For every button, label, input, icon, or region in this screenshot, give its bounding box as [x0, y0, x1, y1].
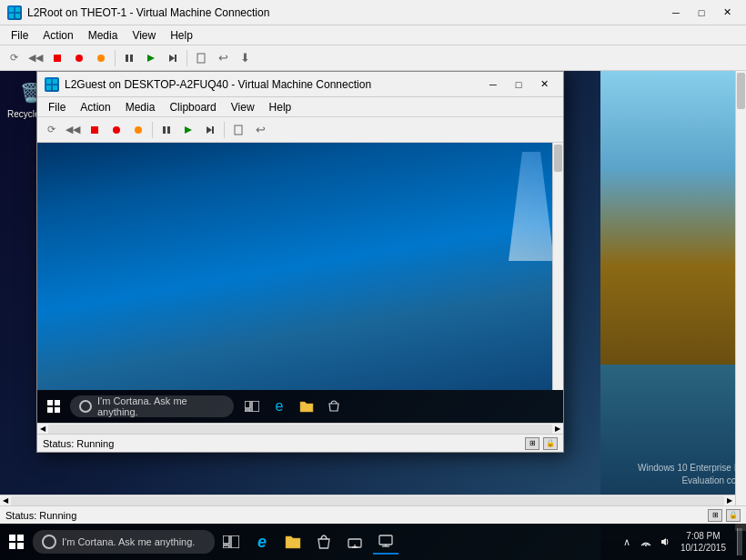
clock-time: 7:08 PM [686, 530, 720, 542]
inner-minimize-btn[interactable]: ─ [481, 75, 505, 94]
system-clock[interactable]: 7:08 PM 10/12/2015 [677, 530, 730, 554]
outer-explorer-icon[interactable] [280, 529, 306, 555]
toolbar-btn-pause[interactable] [119, 48, 139, 68]
outer-task-view-btn[interactable] [218, 529, 244, 555]
inner-hscrollbar[interactable]: ◀ ▶ [37, 423, 563, 434]
inner-toolbar-btn-stop[interactable] [85, 120, 105, 140]
outer-maximize-btn[interactable]: □ [690, 4, 713, 22]
inner-menu-clipboard[interactable]: Clipboard [162, 99, 223, 115]
outer-vm-active-icon[interactable] [373, 529, 398, 555]
inner-close-btn[interactable]: ✕ [532, 75, 556, 94]
svg-point-20 [135, 126, 142, 134]
inner-edge-icon[interactable]: e [268, 395, 290, 417]
outer-menu-media[interactable]: Media [81, 27, 126, 44]
svg-rect-29 [55, 400, 60, 405]
svg-rect-40 [231, 535, 239, 548]
toolbar-btn-fwd[interactable] [163, 48, 183, 68]
svg-marker-24 [207, 126, 212, 134]
sys-tray-network[interactable] [638, 534, 654, 550]
inner-toolbar-btn-orange[interactable] [128, 120, 148, 140]
outer-minimize-btn[interactable]: ─ [664, 4, 688, 22]
inner-menu-file[interactable]: File [41, 99, 73, 115]
svg-rect-41 [223, 545, 229, 548]
inner-toolbar-btn-pause[interactable] [156, 120, 176, 140]
inner-toolbar-btn-undo[interactable]: ↩ [250, 120, 270, 140]
inner-desktop [37, 143, 563, 390]
svg-rect-30 [47, 407, 53, 413]
svg-rect-38 [17, 543, 24, 549]
sys-tray-volume[interactable] [657, 534, 673, 550]
inner-toolbar-btn-fwd[interactable] [200, 120, 220, 140]
toolbar-sep-1 [115, 50, 116, 66]
inner-status-icon-1[interactable]: ⊞ [525, 437, 539, 450]
svg-rect-14 [46, 79, 51, 84]
outer-network-icon[interactable] [342, 529, 368, 555]
svg-rect-39 [223, 535, 229, 544]
inner-status-icon-2[interactable]: 🔒 [543, 437, 558, 450]
toolbar-btn-undo[interactable]: ↩ [213, 48, 233, 68]
inner-store-icon[interactable] [323, 395, 345, 417]
outer-hscroll-left[interactable]: ◀ [0, 495, 11, 506]
inner-toolbar-btn-clipboard[interactable] [228, 120, 248, 140]
inner-toolbar-btn-1[interactable]: ⟳ [41, 120, 61, 140]
sys-tray-expand[interactable]: ∧ [619, 534, 635, 550]
inner-taskbar-search[interactable]: I'm Cortana. Ask me anything. [70, 395, 234, 417]
inner-toolbar: ⟳ ◀◀ [37, 117, 563, 143]
toolbar-btn-1[interactable]: ⟳ [4, 48, 24, 68]
inner-toolbar-btn-rec[interactable] [106, 120, 126, 140]
outer-edge-icon[interactable]: e [249, 529, 275, 555]
inner-explorer-icon[interactable] [296, 395, 318, 417]
svg-rect-11 [175, 55, 176, 62]
inner-hscroll-right[interactable]: ▶ [552, 424, 563, 435]
svg-rect-12 [197, 54, 205, 63]
outer-hscroll-track[interactable] [11, 496, 724, 505]
outer-status-icon-2[interactable]: 🔒 [726, 509, 741, 522]
inner-menu-action[interactable]: Action [73, 99, 117, 115]
inner-hscroll-left[interactable]: ◀ [37, 424, 48, 435]
outer-hscrollbar[interactable]: ◀ ▶ [0, 495, 735, 505]
inner-hscroll-track[interactable] [48, 425, 552, 434]
outer-close-btn[interactable]: ✕ [715, 4, 739, 22]
inner-menu-media[interactable]: Media [118, 99, 163, 115]
outer-window-controls: ─ □ ✕ [664, 4, 739, 22]
show-desktop-btn[interactable] [737, 528, 742, 555]
inner-maximize-btn[interactable]: □ [507, 75, 530, 94]
outer-status-text: Status: Running [5, 510, 76, 521]
svg-point-6 [97, 55, 105, 62]
outer-menu-action[interactable]: Action [35, 27, 80, 44]
inner-toolbar-btn-2[interactable]: ◀◀ [63, 120, 83, 140]
outer-menu-file[interactable]: File [4, 27, 35, 44]
toolbar-btn-orange[interactable] [91, 48, 111, 68]
outer-menu-help[interactable]: Help [163, 27, 200, 44]
inner-start-button[interactable] [41, 394, 66, 419]
svg-point-19 [113, 126, 120, 134]
inner-menu-view[interactable]: View [224, 99, 262, 115]
outer-app-icon [7, 5, 22, 20]
outer-menu-view[interactable]: View [125, 27, 163, 44]
inner-toolbar-btn-play[interactable] [178, 120, 198, 140]
inner-vscrollbar-thumb[interactable] [554, 145, 562, 172]
outer-store-icon[interactable] [311, 529, 337, 555]
inner-vscrollbar[interactable] [552, 143, 563, 390]
toolbar-btn-clipboard[interactable] [191, 48, 211, 68]
toolbar-btn-down[interactable]: ⬇ [235, 48, 255, 68]
inner-task-view-btn[interactable] [241, 395, 263, 417]
inner-search-text: I'm Cortana. Ask me anything. [97, 395, 225, 417]
inner-menu-help[interactable]: Help [262, 99, 299, 115]
svg-rect-15 [53, 79, 57, 84]
windows-watermark: Windows 10 Enterprise In Evaluation cop [638, 462, 741, 487]
toolbar-btn-stop[interactable] [47, 48, 67, 68]
outer-vscrollbar-thumb[interactable] [737, 73, 745, 109]
outer-taskbar-search[interactable]: I'm Cortana. Ask me anything. [33, 530, 215, 554]
outer-vscrollbar[interactable] [735, 71, 746, 531]
toolbar-btn-play[interactable] [141, 48, 161, 68]
toolbar-btn-rec[interactable] [69, 48, 89, 68]
svg-rect-13 [199, 53, 203, 55]
svg-rect-26 [235, 125, 242, 135]
outer-start-button[interactable] [4, 529, 29, 555]
svg-marker-23 [185, 126, 192, 134]
inner-window-controls: ─ □ ✕ [481, 75, 556, 94]
outer-hscroll-right[interactable]: ▶ [724, 495, 735, 506]
toolbar-btn-2[interactable]: ◀◀ [25, 48, 45, 68]
outer-status-icon-1[interactable]: ⊞ [708, 509, 722, 522]
